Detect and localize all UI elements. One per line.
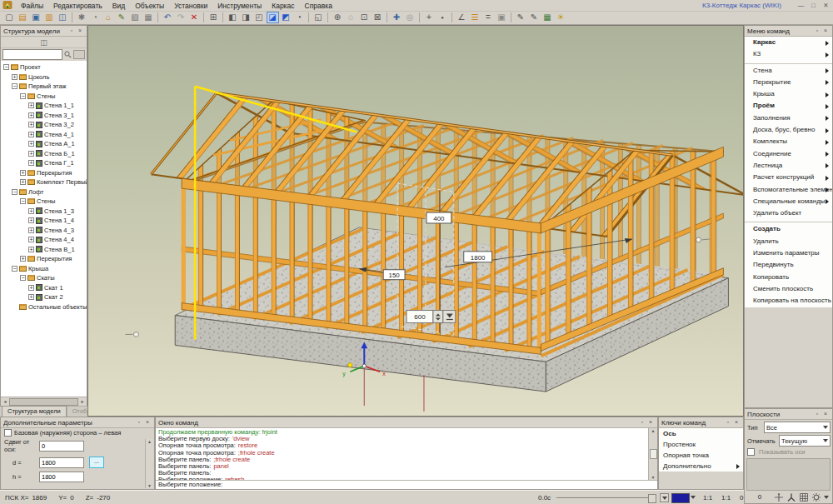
close-icon[interactable]: × [821, 410, 830, 418]
expander-icon[interactable] [28, 132, 34, 137]
pin-icon[interactable]: ▫ [135, 418, 143, 427]
table-icon[interactable]: ▦ [142, 12, 155, 23]
more-button[interactable]: ... [89, 457, 104, 468]
expander-icon[interactable] [28, 285, 34, 291]
close-icon[interactable]: × [732, 418, 741, 427]
copy-view-icon[interactable]: ◱ [312, 12, 325, 23]
tree-item-first-floor[interactable]: Первый этаж [1, 82, 87, 92]
expander-icon[interactable] [20, 179, 26, 185]
light-icon[interactable]: ☀ [555, 12, 567, 23]
menu-item-delete-object[interactable]: Удалить объект [745, 207, 832, 219]
zoom-slider-thumb[interactable] [648, 494, 656, 503]
expander-icon[interactable] [28, 141, 34, 147]
view-iso-icon[interactable]: ◪ [267, 12, 279, 23]
scroll-up-icon[interactable]: ▲ [650, 428, 656, 433]
menu-item-joint[interactable]: Соединение [745, 148, 832, 160]
new-file-icon[interactable]: ▢ [3, 12, 16, 23]
show-axes-checkbox[interactable] [747, 448, 755, 456]
expander-icon[interactable] [28, 151, 34, 157]
tree-item-kit[interactable]: Комплект Первый эта [1, 177, 87, 187]
scroll-left-icon[interactable]: ◄ [2, 399, 8, 404]
restore-button[interactable]: □ [808, 1, 819, 10]
key-pier[interactable]: Простенок [659, 439, 743, 450]
tree-item-walls[interactable]: Стены [1, 197, 87, 207]
expander-icon[interactable] [20, 275, 26, 281]
menu-item-k3[interactable]: К3 [745, 48, 832, 60]
menu-item-floor[interactable]: Перекрытие [745, 77, 832, 88]
expander-icon[interactable] [28, 208, 34, 214]
tree-item-wall[interactable]: Стена Г_1 [1, 158, 87, 168]
zoom-window-icon[interactable]: ⊡ [358, 12, 371, 23]
key-additional[interactable]: Дополнительно [659, 461, 743, 472]
tree-item-slope[interactable]: Скат 1 [1, 283, 87, 293]
search-options-button[interactable] [73, 50, 85, 59]
key-axis[interactable]: Ось [659, 428, 743, 439]
offset-input[interactable] [39, 441, 84, 452]
scroll-thumb[interactable] [650, 449, 657, 459]
search-icon[interactable] [64, 51, 72, 58]
search-input[interactable] [2, 49, 62, 60]
expander-icon[interactable] [28, 247, 34, 252]
pin-icon[interactable]: ▫ [813, 410, 821, 418]
layers-view-icon[interactable]: ◫ [40, 38, 47, 47]
current-color-swatch[interactable] [671, 493, 690, 503]
save-all-icon[interactable]: ◫ [57, 12, 69, 23]
options-icon[interactable]: ◔ [89, 12, 102, 23]
menu-view[interactable]: Вид [107, 2, 130, 10]
home-icon[interactable]: ⌂ [102, 12, 115, 23]
menu-item-create[interactable]: Создать [745, 223, 832, 235]
close-button[interactable]: ✕ [821, 1, 831, 10]
settings-gear-icon[interactable]: ✱ [76, 12, 88, 23]
tree-item-roof[interactable]: Крыша [1, 264, 87, 274]
move-plane-icon[interactable] [774, 492, 784, 502]
snap-point-icon[interactable]: + [423, 12, 436, 23]
pin-icon[interactable]: ▫ [813, 27, 821, 35]
edit-model-icon[interactable]: ✎ [116, 12, 128, 23]
menu-item-change-params[interactable]: Изменить параметры [745, 247, 832, 259]
tree-item-floors[interactable]: Перекрытия [1, 254, 87, 264]
view-iso2-icon[interactable]: ◩ [280, 12, 292, 23]
expander-icon[interactable] [20, 256, 26, 262]
expander-icon[interactable] [28, 294, 34, 300]
planes-list[interactable] [746, 458, 831, 491]
pan-icon[interactable]: ✚ [391, 12, 403, 23]
parameters-scrollbar[interactable]: ▲ ▼ [145, 439, 153, 488]
scroll-right-icon[interactable]: ► [79, 399, 86, 404]
menu-objects[interactable]: Объекты [130, 2, 169, 10]
menu-item-kits[interactable]: Комплекты [745, 136, 832, 147]
expander-icon[interactable] [28, 102, 34, 108]
menu-item-opening[interactable]: Проём [745, 100, 832, 112]
menu-item-board[interactable]: Доска, брус, бревно [745, 124, 832, 136]
menu-help[interactable]: Справка [300, 2, 337, 10]
grid-icon[interactable] [799, 492, 809, 502]
menu-settings[interactable]: Установки [169, 2, 212, 10]
tree-item-walls[interactable]: Стены [1, 92, 87, 102]
expander-icon[interactable] [12, 266, 17, 272]
zoom-slider-track[interactable] [556, 497, 655, 498]
menu-tools[interactable]: Инструменты [212, 2, 267, 10]
scroll-thumb[interactable] [9, 398, 78, 406]
type-select[interactable]: Все [764, 422, 831, 433]
grid-icon[interactable]: ▦ [541, 12, 554, 23]
save-icon[interactable]: ▣ [30, 12, 42, 23]
pin-icon[interactable]: ▫ [67, 27, 76, 35]
menu-item-auxiliary[interactable]: Вспомогательные элементы [745, 184, 832, 196]
key-reference-point[interactable]: Опорная точка [659, 450, 743, 461]
tree-item-loft[interactable]: Лофт [1, 187, 87, 197]
expander-icon[interactable] [20, 93, 26, 99]
picker-icon[interactable]: ✎ [515, 12, 527, 23]
menu-item-copy-to-plane[interactable]: Копировать на плоскость [745, 295, 832, 307]
d-input[interactable] [39, 457, 84, 468]
image-icon[interactable]: ▧ [129, 12, 142, 23]
mark-select[interactable]: Текущую [779, 435, 831, 447]
tree-item-wall[interactable]: Стена 1_3 [1, 207, 87, 217]
menu-item-change-plane[interactable]: Сменить плоскость [745, 283, 832, 295]
close-icon[interactable]: × [76, 27, 84, 35]
menu-item-wall[interactable]: Стена [745, 65, 832, 77]
tree-item-wall[interactable]: Стена 1_1 [1, 101, 87, 111]
delete-icon[interactable]: ✕ [188, 12, 201, 23]
expander-icon[interactable] [12, 189, 17, 195]
tree-item-wall[interactable]: Стена 4_3 [1, 226, 87, 236]
minimize-button[interactable]: — [796, 1, 806, 10]
tree-item-slope[interactable]: Скат 2 [1, 292, 87, 302]
